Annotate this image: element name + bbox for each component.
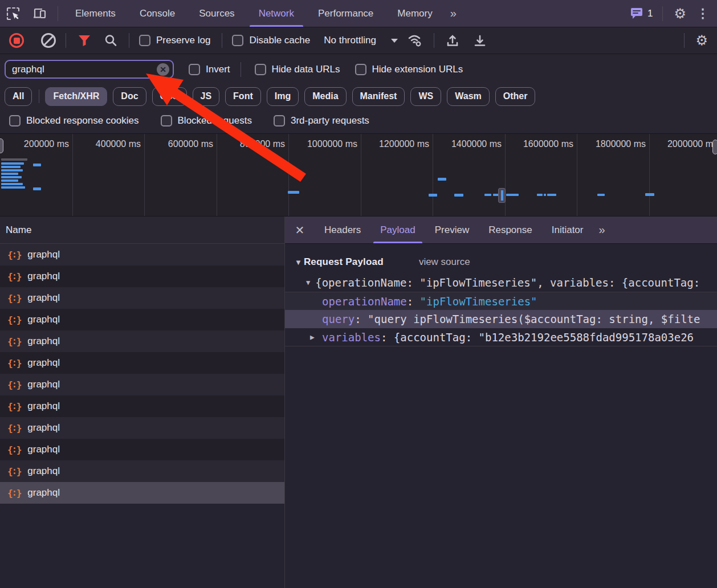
request-row[interactable]: {}graphql [0,417,284,439]
record-network-log-icon[interactable] [9,33,24,48]
waterfall-request-bar[interactable] [1,176,22,178]
request-row[interactable]: {}graphql [0,266,284,287]
request-row[interactable]: {}graphql [0,439,284,460]
blocked-requests-checkbox[interactable]: Blocked requests [161,115,252,126]
checkbox[interactable] [255,64,266,75]
waterfall-request-bar[interactable] [33,164,41,166]
details-tab-response[interactable]: Response [479,217,542,243]
waterfall-request-bar[interactable] [288,191,299,194]
tab-memory[interactable]: Memory [385,0,444,27]
hide-data-urls-checkbox[interactable]: Hide data URLs [255,64,340,75]
clear-network-log-icon[interactable] [41,33,56,48]
waterfall-request-bar[interactable] [544,194,546,196]
tab-performance[interactable]: Performance [306,0,385,27]
device-toolbar-icon[interactable] [30,4,49,23]
waterfall-request-bar[interactable] [438,178,446,181]
name-column-header[interactable]: Name [0,217,284,244]
payload-entry-operationname[interactable]: operationName: "ipFlowTimeseries" [285,292,717,310]
details-tab-payload[interactable]: Payload [370,217,425,243]
waterfall-request-bar[interactable] [1,186,25,189]
tab-sources[interactable]: Sources [187,0,246,27]
chip-manifest[interactable]: Manifest [352,87,405,106]
network-settings-gear-icon[interactable]: ⚙ [690,34,717,47]
payload-preview-row[interactable]: ▼ {operationName: "ipFlowTimeseries", va… [285,273,717,292]
checkbox[interactable] [274,115,285,126]
details-tab-headers[interactable]: Headers [315,217,370,243]
waterfall-request-bar[interactable] [1,183,23,185]
more-details-tabs-icon[interactable]: » [593,223,609,236]
waterfall-request-bar[interactable] [537,194,543,196]
filter-funnel-icon[interactable] [75,31,94,50]
disable-cache-checkbox[interactable]: Disable cache [232,35,310,46]
request-row[interactable]: {}graphql [0,287,284,309]
waterfall-request-bar[interactable] [33,187,41,190]
more-tabs-icon[interactable]: » [445,7,461,20]
view-source-link[interactable]: view source [419,256,470,268]
chip-all[interactable]: All [5,87,32,106]
request-row[interactable]: {}graphql [0,482,284,504]
chip-wasm[interactable]: Wasm [447,87,490,106]
details-tab-preview[interactable]: Preview [425,217,479,243]
request-row[interactable]: {}graphql [0,244,284,266]
clear-filter-icon[interactable]: ✕ [157,63,169,76]
request-row[interactable]: {}graphql [0,330,284,352]
chip-doc[interactable]: Doc [113,87,146,106]
checkbox[interactable] [355,64,366,75]
tab-elements[interactable]: Elements [63,0,128,27]
import-har-icon[interactable] [443,31,462,50]
chip-fetch-xhr[interactable]: Fetch/XHR [45,87,107,106]
collapse-triangle-icon[interactable]: ▼ [295,258,302,267]
network-overview-timeline[interactable]: 200000 ms400000 ms600000 ms800000 ms1000… [0,134,717,217]
payload-entry-query[interactable]: query: "query ipFlowTimeseries($accountT… [285,310,717,328]
waterfall-request-bar[interactable] [547,194,556,196]
request-row[interactable]: {}graphql [0,460,284,482]
kebab-menu-icon[interactable]: ⋮ [692,6,717,21]
timeline-left-handle[interactable] [0,138,3,153]
checkbox[interactable] [139,35,150,46]
expand-arrow-icon[interactable]: ▶ [310,328,315,346]
selected-request-marker[interactable] [498,188,506,203]
inspect-element-icon[interactable] [3,4,23,23]
chip-font[interactable]: Font [225,87,261,106]
tab-network[interactable]: Network [247,0,306,27]
timeline-right-handle[interactable] [712,140,717,154]
chip-media[interactable]: Media [304,87,346,106]
chip-other[interactable]: Other [495,87,536,106]
checkbox[interactable] [189,64,200,75]
waterfall-request-bar[interactable] [1,169,23,172]
request-row[interactable]: {}graphql [0,395,284,417]
filter-input[interactable]: graphql ✕ [5,60,174,79]
issues-counter[interactable]: 1 [625,7,657,20]
request-row[interactable]: {}graphql [0,352,284,374]
expand-triangle-icon[interactable]: ▼ [306,279,310,287]
waterfall-request-bar[interactable] [506,194,519,196]
details-tab-initiator[interactable]: Initiator [542,217,593,243]
close-details-icon[interactable]: ✕ [285,223,315,237]
invert-checkbox[interactable]: Invert [189,64,230,75]
chip-ws[interactable]: WS [410,87,441,106]
waterfall-request-bar[interactable] [484,194,491,196]
checkbox[interactable] [9,115,21,126]
chip-css[interactable]: CSS [152,87,187,106]
chip-img[interactable]: Img [267,87,299,106]
waterfall-request-bar[interactable] [645,193,654,196]
waterfall-request-bar[interactable] [1,166,21,168]
waterfall-request-bar[interactable] [597,194,605,196]
waterfall-request-bar[interactable] [1,162,24,165]
tab-console[interactable]: Console [128,0,187,27]
3rd-party-requests-checkbox[interactable]: 3rd-party requests [274,115,369,126]
network-conditions-icon[interactable] [406,31,425,50]
blocked-response-cookies-checkbox[interactable]: Blocked response cookies [9,115,139,126]
checkbox[interactable] [161,115,172,126]
settings-gear-icon[interactable]: ⚙ [668,7,692,21]
waterfall-request-bar[interactable] [1,179,18,182]
waterfall-request-bar[interactable] [1,158,27,161]
hide-extension-urls-checkbox[interactable]: Hide extension URLs [355,64,463,75]
checkbox[interactable] [232,35,243,46]
throttling-select[interactable]: No throttling [324,35,398,46]
waterfall-request-bar[interactable] [1,173,18,175]
request-row[interactable]: {}graphql [0,374,284,395]
request-row[interactable]: {}graphql [0,309,284,330]
preserve-log-checkbox[interactable]: Preserve log [139,35,210,46]
payload-entry-variables[interactable]: ▶variables: {accountTag: "b12e3b2192ee55… [285,328,717,346]
